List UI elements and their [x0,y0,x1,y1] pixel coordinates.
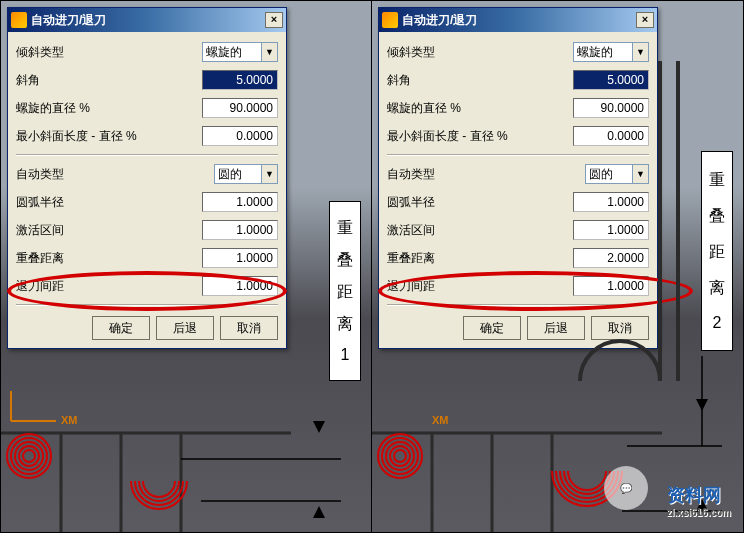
xm-axis-label: XM [61,414,78,426]
arrow-up-icon [313,506,325,518]
arrow-down-icon [696,399,708,411]
watermark-url: zl.xsi616.com [667,507,731,518]
toolpath-overlay [372,1,744,532]
svg-point-7 [11,438,47,474]
svg-point-6 [7,434,51,478]
svg-point-10 [23,450,35,462]
toolpath-overlay [1,1,373,532]
right-panel: 自动进刀/退刀 × 倾斜类型 螺旋的 ▼ 斜角 5.0000 螺旋的直径 % [372,1,743,532]
watermark-brand: 资料网 [667,485,721,505]
xm-axis-label: XM [432,414,449,426]
wechat-icon: 💬 [604,466,648,510]
arrow-down-icon [313,421,325,433]
svg-point-20 [382,438,418,474]
svg-point-23 [394,450,406,462]
svg-point-19 [378,434,422,478]
comparison-container: 自动进刀/退刀 × 倾斜类型 螺旋的 ▼ 斜角 5.0000 螺旋的直径 % [0,0,744,533]
left-panel: 自动进刀/退刀 × 倾斜类型 螺旋的 ▼ 斜角 5.0000 螺旋的直径 % [1,1,372,532]
watermark: 资料网 zl.xsi616.com [667,483,731,518]
